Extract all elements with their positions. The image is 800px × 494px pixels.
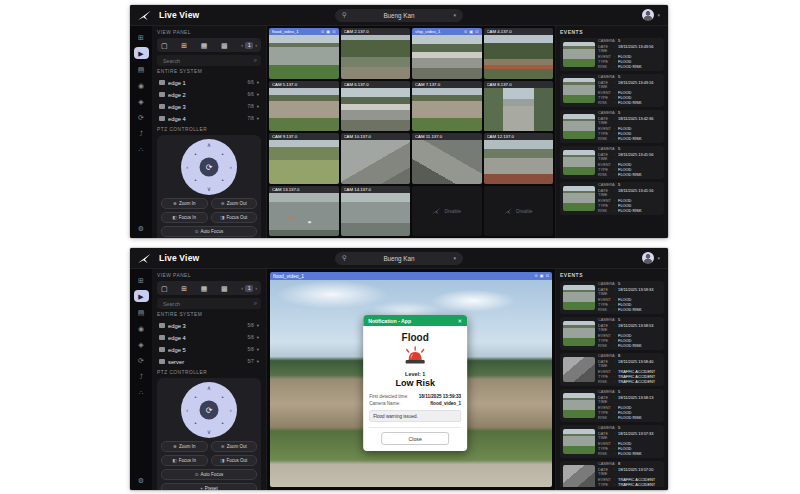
sidebar-vehicle-icon[interactable]: ◈ [134, 95, 149, 107]
ptz-right-arrow[interactable]: › [230, 407, 232, 413]
ptz-action-button[interactable]: ⊙ Auto Focus [161, 226, 257, 237]
camera-tile[interactable]: CAM 12.137.0 [484, 133, 554, 184]
location-selector[interactable]: ⚲ Bueng Kan ▾ [335, 252, 463, 265]
tree-item-edge[interactable]: edge 3 7/8 ▾ [157, 101, 261, 112]
tree-item-edge[interactable]: edge 5 5/8 ▾ [157, 344, 261, 355]
ptz-action-button[interactable]: ⊖ Zoom Out [211, 441, 258, 452]
layout-2x2-button[interactable]: ⊞ [181, 42, 187, 49]
event-card[interactable]: CAMERA : 5 DATE TIME : 18/11/2025 13:43:… [560, 38, 664, 71]
event-card[interactable]: CAMERA : 5 DATE TIME : 18/11/2025 13:58:… [560, 389, 664, 422]
layout-4x4-button[interactable]: ▩ [221, 285, 228, 292]
camera-tile[interactable]: CAM 13.137.0 [269, 186, 339, 237]
sidebar-sync-icon[interactable]: ⟳ [134, 111, 149, 123]
ptz-ne-dot[interactable]: • [221, 394, 223, 400]
location-selector[interactable]: ⚲ Bueng Kan ▾ [335, 9, 463, 22]
sidebar-users-icon[interactable]: ∴ [134, 386, 149, 398]
camera-tile[interactable]: CAM 2.137.0 [341, 28, 411, 79]
layout-2x2-button[interactable]: ⊞ [181, 285, 187, 292]
event-card[interactable]: CAMERA : 5 DATE TIME : 18/11/2025 13:43:… [560, 74, 664, 107]
tile-action-icon[interactable]: ▣ [469, 30, 473, 34]
tree-item-edge[interactable]: edge 3 5/8 ▾ [157, 320, 261, 331]
camera-tile[interactable]: CAM 10.137.0 [341, 133, 411, 184]
ptz-action-button[interactable]: ⊖ Zoom Out [211, 198, 258, 209]
event-card[interactable]: CAMERA : 5 DATE TIME : 18/11/2025 13:41:… [560, 146, 664, 179]
ptz-action-button[interactable]: ⊕ Zoom In [161, 198, 208, 209]
event-card[interactable]: CAMERA : 5 DATE TIME : 18/11/2025 13:42:… [560, 110, 664, 143]
close-button[interactable]: Close [381, 432, 449, 445]
ptz-left-arrow[interactable]: ‹ [186, 407, 188, 413]
tile-action-icon[interactable]: ⊙ [464, 30, 467, 34]
ptz-action-button[interactable]: ◧ Focus In [161, 212, 208, 223]
sidebar-sync-icon[interactable]: ⟳ [134, 354, 149, 366]
ptz-home-button[interactable]: ⟳ [200, 158, 219, 177]
ptz-pad[interactable]: ∧ ∨ ‹ › • • • • ⟳ [181, 382, 237, 438]
sidebar-users-icon[interactable]: ∴ [134, 143, 149, 155]
pager-current-page[interactable]: 1 [245, 285, 253, 292]
tree-item-edge[interactable]: edge 4 7/8 ▾ [157, 113, 261, 124]
camera-tile[interactable]: Disable [484, 186, 554, 237]
ptz-sw-dot[interactable]: • [194, 420, 196, 426]
ptz-action-button[interactable]: ⊕ Zoom In [161, 441, 208, 452]
camera-tile[interactable]: CAM 11.137.0 [412, 133, 482, 184]
ptz-action-button[interactable]: ◧ Focus In [161, 455, 208, 466]
ptz-home-button[interactable]: ⟳ [200, 401, 219, 420]
camera-tile[interactable]: ship_video_1 ⊙▣⊡ [412, 28, 482, 79]
layout-1x1-button[interactable]: ▢ [161, 42, 168, 49]
user-menu[interactable]: ▾ [642, 9, 660, 21]
user-menu[interactable]: ▾ [642, 252, 660, 264]
tree-item-edge[interactable]: edge 1 6/6 ▾ [157, 77, 261, 88]
sidebar-camera-icon[interactable]: ◉ [134, 79, 149, 91]
event-card[interactable]: CAMERA : 8 DATE TIME : 18/11/2025 13:58:… [560, 353, 664, 386]
tile-action-icon[interactable]: ▣ [326, 30, 330, 34]
pager-prev-button[interactable]: ‹ [241, 285, 243, 291]
tree-item-edge[interactable]: server 5/7 ▾ [157, 356, 261, 367]
close-icon[interactable]: ✕ [458, 318, 463, 324]
sidebar-live-view-icon[interactable]: ▶ [134, 290, 149, 302]
camera-tile[interactable]: CAM 9.137.0 [269, 133, 339, 184]
layout-1x1-button[interactable]: ▢ [161, 285, 168, 292]
event-card[interactable]: CAMERA : 5 DATE TIME : 18/11/2025 13:59:… [560, 281, 664, 314]
pager-next-button[interactable]: › [255, 285, 257, 291]
pager-next-button[interactable]: › [255, 42, 257, 48]
sidebar-share-icon[interactable]: ⤴ [134, 370, 149, 382]
tile-action-icon[interactable]: ⊡ [475, 30, 478, 34]
ptz-nw-dot[interactable]: • [194, 394, 196, 400]
ptz-down-arrow[interactable]: ∨ [207, 186, 211, 192]
tile-action-icon[interactable]: ⊙ [535, 274, 538, 278]
layout-3x3-button[interactable]: ▦ [201, 42, 208, 49]
camera-tile[interactable]: CAM 7.137.0 [412, 81, 482, 132]
ptz-up-arrow[interactable]: ∧ [207, 142, 211, 148]
sidebar-playback-icon[interactable]: ▤ [134, 306, 149, 318]
tile-action-icon[interactable]: ⊡ [546, 274, 549, 278]
tile-action-icon[interactable]: ⊙ [321, 30, 324, 34]
search-input[interactable] [161, 300, 251, 308]
tree-item-edge[interactable]: edge 2 6/6 ▾ [157, 89, 261, 100]
ptz-action-button[interactable]: ◨ Focus Out [211, 212, 258, 223]
avatar[interactable] [642, 9, 654, 21]
ptz-left-arrow[interactable]: ‹ [186, 164, 188, 170]
ptz-action-button[interactable]: + Preset [161, 483, 257, 490]
ptz-right-arrow[interactable]: › [230, 164, 232, 170]
ptz-se-dot[interactable]: • [221, 177, 223, 183]
ptz-ne-dot[interactable]: • [221, 151, 223, 157]
tile-action-icon[interactable]: ⊡ [332, 30, 335, 34]
camera-tile[interactable]: CAM 4.137.0 [484, 28, 554, 79]
sidebar-share-icon[interactable]: ⤴ [134, 127, 149, 139]
sidebar-camera-icon[interactable]: ◉ [134, 322, 149, 334]
event-card[interactable]: CAMERA : 5 DATE TIME : 18/11/2025 13:41:… [560, 182, 664, 215]
sidebar-playback-icon[interactable]: ▤ [134, 63, 149, 75]
ptz-action-button[interactable]: ⊙ Auto Focus [161, 469, 257, 480]
camera-tile[interactable]: CAM 8.137.0 [484, 81, 554, 132]
sidebar-vehicle-icon[interactable]: ◈ [134, 338, 149, 350]
pager-prev-button[interactable]: ‹ [241, 42, 243, 48]
ptz-up-arrow[interactable]: ∧ [207, 385, 211, 391]
sidebar-settings-icon[interactable]: ⚙ [134, 222, 149, 234]
ptz-se-dot[interactable]: • [221, 420, 223, 426]
event-card[interactable]: CAMERA : 8 DATE TIME : 18/11/2025 13:57:… [560, 461, 664, 487]
layout-3x3-button[interactable]: ▦ [201, 285, 208, 292]
ptz-nw-dot[interactable]: • [194, 151, 196, 157]
sidebar-dashboard-icon[interactable]: ⊞ [134, 31, 149, 43]
search-input[interactable] [161, 57, 251, 65]
camera-tile[interactable]: flood_video_1 ⊙▣⊡ [269, 28, 339, 79]
camera-tile[interactable]: CAM 5.137.0 [269, 81, 339, 132]
